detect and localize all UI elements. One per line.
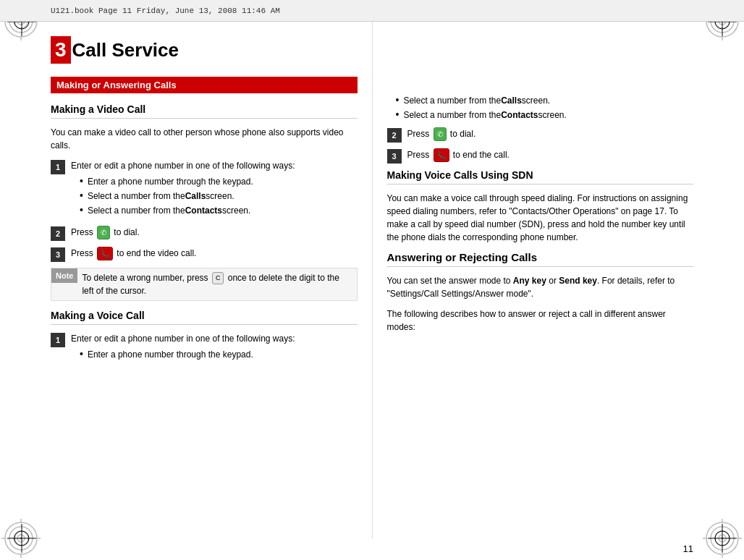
- clear-button: C: [212, 272, 224, 285]
- step-2-post: to dial.: [114, 227, 139, 237]
- dial-button: ✆: [97, 226, 110, 239]
- step-2-number: 2: [51, 226, 65, 241]
- note-label: Note: [51, 268, 77, 283]
- right-step-2-post: to dial.: [450, 129, 475, 139]
- bullet-3: • Select a number from the Contacts scre…: [80, 204, 358, 217]
- right-bullet-1: • Select a number from the Calls screen.: [396, 94, 694, 107]
- step-2-pre: Press: [71, 227, 96, 237]
- step-2-content: Press ✆ to dial.: [71, 226, 358, 239]
- step-1-text: Enter or edit a phone number in one of t…: [71, 161, 295, 171]
- right-step-3-content: Press 📞 to end the call.: [407, 148, 694, 162]
- right-step-3-number: 3: [387, 149, 402, 164]
- bullet-2-pre: Select a number from the: [88, 190, 185, 203]
- bullet-3-post: screen.: [222, 204, 250, 217]
- video-call-intro: You can make a video call to other perso…: [51, 126, 358, 152]
- step-3-pre: Press: [71, 248, 96, 258]
- answering-bold1: Any key: [513, 276, 546, 286]
- step-3-number: 3: [51, 247, 65, 262]
- step-1-number: 1: [51, 160, 65, 174]
- right-step-2-pre: Press: [407, 129, 432, 139]
- bullet-2-post: screen.: [206, 190, 234, 203]
- step-3-content: Press 📞 to end the video call.: [71, 247, 358, 260]
- main-content: 3 Call Service Making or Answering Calls…: [43, 22, 701, 538]
- voice-bullet-list: • Enter a phone number through the keypa…: [80, 348, 358, 361]
- bullet-dot-3: •: [80, 205, 83, 215]
- bullet-1: • Enter a phone number through the keypa…: [80, 175, 358, 188]
- right-bullet-2-bold: Contacts: [501, 109, 538, 122]
- chapter-title: Call Service: [72, 39, 179, 61]
- right-end-call-button: 📞: [434, 148, 449, 162]
- answering-heading: Answering or Rejecting Calls: [387, 251, 694, 267]
- right-bullet-1-post: screen.: [522, 94, 550, 107]
- section-heading: Making or Answering Calls: [51, 77, 358, 93]
- page-title-wrap: 3 Call Service: [51, 36, 358, 64]
- continued-bullets: • Select a number from the Calls screen.…: [387, 94, 694, 122]
- bullet-dot-2: •: [80, 190, 83, 200]
- voice-bullet-1-text: Enter a phone number through the keypad.: [88, 348, 253, 361]
- bullet-list-1: • Enter a phone number through the keypa…: [80, 175, 358, 217]
- right-step-3: 3 Press 📞 to end the call.: [387, 148, 694, 164]
- voice-bullet-dot-1: •: [80, 349, 83, 359]
- right-step-3-post: to end the call.: [453, 150, 510, 160]
- right-bullet-2-pre: Select a number from the: [403, 109, 501, 122]
- step-2: 2 Press ✆ to dial.: [51, 226, 358, 241]
- answering-mid: or: [546, 276, 559, 286]
- voice-step-1: 1 Enter or edit a phone number in one of…: [51, 332, 358, 364]
- step-1: 1 Enter or edit a phone number in one of…: [51, 159, 358, 220]
- bullet-dot-1: •: [80, 176, 83, 186]
- voice-step-1-number: 1: [51, 333, 65, 347]
- answering-pre: You can set the answer mode to: [387, 276, 513, 286]
- right-bullet-1-bold: Calls: [501, 94, 522, 107]
- note-content: To delete a wrong number, press C once t…: [77, 268, 356, 301]
- right-step-2: 2 Press ✆ to dial.: [387, 127, 694, 143]
- right-bullet-2-post: screen.: [538, 109, 566, 122]
- right-step-3-pre: Press: [407, 150, 432, 160]
- page-number-bottom: 11: [683, 543, 693, 554]
- bullet-3-pre: Select a number from the: [88, 204, 185, 217]
- note-text-pre: To delete a wrong number, press: [82, 273, 210, 283]
- sdn-heading: Making Voice Calls Using SDN: [387, 169, 694, 184]
- answering-text-2: The following describes how to answer or…: [387, 307, 694, 334]
- crosshair-bl: [4, 520, 40, 556]
- sdn-text: You can make a voice call through speed …: [387, 192, 694, 244]
- right-bullet-dot-1: •: [396, 95, 400, 105]
- left-column: 3 Call Service Making or Answering Calls…: [43, 22, 373, 538]
- bullet-2-bold: Calls: [185, 190, 206, 203]
- crosshair-br: [704, 520, 740, 556]
- right-bullet-1-pre: Select a number from the: [403, 94, 501, 107]
- voice-bullet-1: • Enter a phone number through the keypa…: [80, 348, 358, 361]
- answering-bold2: Send key: [559, 276, 597, 286]
- bullet-2: • Select a number from the Calls screen.: [80, 190, 358, 203]
- right-dial-button: ✆: [434, 127, 447, 141]
- voice-call-heading: Making a Voice Call: [51, 310, 358, 325]
- right-column: • Select a number from the Calls screen.…: [373, 22, 701, 538]
- note-box: Note To delete a wrong number, press C o…: [51, 268, 358, 302]
- end-call-button: 📞: [97, 247, 113, 260]
- voice-step-1-text: Enter or edit a phone number in one of t…: [71, 334, 295, 344]
- bullet-3-bold: Contacts: [185, 204, 222, 217]
- right-step-2-number: 2: [387, 128, 402, 143]
- right-bullet-dot-2: •: [396, 109, 400, 119]
- bullet-1-text: Enter a phone number through the keypad.: [88, 175, 253, 188]
- topbar-text: U121.book Page 11 Friday, June 13, 2008 …: [51, 7, 280, 15]
- top-bar: U121.book Page 11 Friday, June 13, 2008 …: [0, 0, 744, 22]
- right-bullet-2: • Select a number from the Contacts scre…: [396, 109, 694, 122]
- voice-step-1-content: Enter or edit a phone number in one of t…: [71, 332, 358, 364]
- answering-text-1: You can set the answer mode to Any key o…: [387, 274, 694, 300]
- step-1-content: Enter or edit a phone number in one of t…: [71, 159, 358, 220]
- step-3-post: to end the video call.: [117, 248, 196, 258]
- right-step-2-content: Press ✆ to dial.: [407, 127, 694, 141]
- video-call-heading: Making a Video Call: [51, 103, 358, 119]
- chapter-number: 3: [51, 36, 71, 64]
- step-3: 3 Press 📞 to end the video call.: [51, 247, 358, 262]
- right-bullet-list: • Select a number from the Calls screen.…: [396, 94, 694, 122]
